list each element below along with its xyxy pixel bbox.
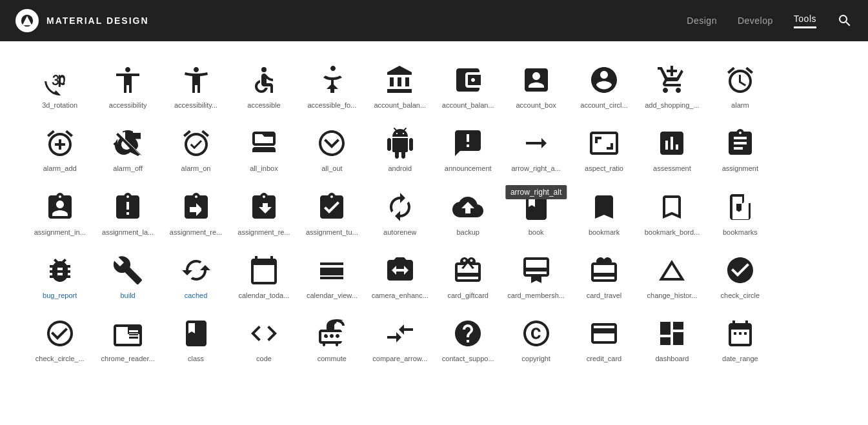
icon-alarm_add[interactable]: alarm_add bbox=[26, 117, 94, 181]
icon-label: commute bbox=[318, 354, 347, 363]
icon-spacer1 bbox=[774, 54, 842, 117]
icon-label: assignment_tu... bbox=[306, 228, 358, 237]
icon-class[interactable]: class bbox=[162, 308, 230, 371]
icon-accessible[interactable]: accessible bbox=[230, 54, 298, 117]
icon-compare_arrows[interactable]: compare_arrow... bbox=[366, 308, 434, 371]
icon-add_shopping_cart[interactable]: add_shopping_... bbox=[638, 54, 706, 117]
icon-label: accessible_fo... bbox=[307, 101, 356, 110]
icon-assignment_returned[interactable]: assignment_re... bbox=[230, 181, 298, 244]
nav-tools[interactable]: Tools bbox=[794, 14, 816, 28]
icon-accessibility_new[interactable]: accessibility... bbox=[162, 54, 230, 117]
main-content: 3d_rotation accessibility accessibility.… bbox=[0, 41, 868, 384]
icon-label: add_shopping_... bbox=[645, 101, 699, 110]
icon-change_history[interactable]: change_histor... bbox=[638, 244, 706, 308]
icon-label: alarm bbox=[731, 101, 749, 110]
icon-code[interactable]: code bbox=[230, 308, 298, 371]
icon-card_travel[interactable]: card_travel bbox=[570, 244, 638, 308]
icon-label: backup bbox=[456, 228, 479, 237]
icon-camera_enhance[interactable]: camera_enhanc... bbox=[366, 244, 434, 308]
svg-point-2 bbox=[261, 67, 267, 72]
icon-account_balance_wallet[interactable]: account_balan... bbox=[434, 54, 501, 117]
icon-label: assessment bbox=[653, 164, 691, 173]
icon-alarm_on[interactable]: alarm_on bbox=[162, 117, 230, 181]
logo-icon bbox=[15, 9, 39, 32]
icon-date_range[interactable]: date_range bbox=[706, 308, 774, 371]
search-button[interactable] bbox=[837, 13, 853, 28]
main-nav: Design Develop Tools bbox=[687, 13, 853, 28]
icon-label: change_histor... bbox=[647, 291, 698, 300]
icon-label: all_inbox bbox=[250, 164, 278, 173]
icon-aspect_ratio[interactable]: aspect_ratio bbox=[570, 117, 638, 181]
icon-account_box[interactable]: account_box bbox=[502, 54, 570, 117]
icon-account_circle[interactable]: account_circl... bbox=[570, 54, 638, 117]
icon-calendar_view_day[interactable]: calendar_view... bbox=[298, 244, 366, 308]
icon-account_balance[interactable]: account_balan... bbox=[366, 54, 434, 117]
icon-arrow_right_alt[interactable]: arrow_right_a... arrow_right_alt bbox=[502, 117, 570, 181]
nav-develop[interactable]: Develop bbox=[738, 15, 773, 26]
icon-assignment_turned_in[interactable]: assignment_tu... bbox=[298, 181, 366, 244]
icon-assignment[interactable]: assignment bbox=[706, 117, 774, 181]
icon-label: compare_arrow... bbox=[372, 354, 427, 363]
icon-alarm[interactable]: alarm bbox=[706, 54, 774, 117]
icon-all_inbox[interactable]: all_inbox bbox=[230, 117, 298, 181]
icon-accessible_forward[interactable]: accessible_fo... bbox=[298, 54, 366, 117]
icon-3d_rotation[interactable]: 3d_rotation bbox=[26, 54, 94, 117]
icon-assessment[interactable]: assessment bbox=[638, 117, 706, 181]
icon-label: accessibility bbox=[109, 101, 147, 110]
icon-label: autorenew bbox=[383, 228, 416, 237]
icon-assignment_late[interactable]: assignment_la... bbox=[94, 181, 161, 244]
icon-accessibility[interactable]: accessibility bbox=[94, 54, 161, 117]
icon-book[interactable]: book bbox=[502, 181, 570, 244]
icon-backup[interactable]: backup bbox=[434, 181, 501, 244]
icon-label: date_range bbox=[722, 354, 758, 363]
icon-build[interactable]: build bbox=[94, 244, 161, 308]
icon-label: check_circle_... bbox=[35, 354, 85, 363]
icon-contact_support[interactable]: contact_suppo... bbox=[434, 308, 501, 371]
icon-chrome_reader_mode[interactable]: chrome_reader... bbox=[94, 308, 161, 371]
icon-label: assignment_in... bbox=[34, 228, 86, 237]
icon-copyright[interactable]: copyright bbox=[502, 308, 570, 371]
icon-bookmarks[interactable]: bookmarks bbox=[706, 181, 774, 244]
icon-label: class bbox=[188, 354, 204, 363]
icon-label: card_membersh... bbox=[507, 291, 565, 300]
icon-cached[interactable]: cached bbox=[162, 244, 230, 308]
icon-spacer2 bbox=[774, 117, 842, 181]
icon-check_circle[interactable]: check_circle bbox=[706, 244, 774, 308]
icon-credit_card[interactable]: credit_card bbox=[570, 308, 638, 371]
icon-bookmark[interactable]: bookmark bbox=[570, 181, 638, 244]
icon-all_out[interactable]: all_out bbox=[298, 117, 366, 181]
icon-bookmark_border[interactable]: bookmark_bord... bbox=[638, 181, 706, 244]
icon-label: check_circle bbox=[721, 291, 760, 300]
icon-label: account_circl... bbox=[580, 101, 627, 110]
icon-label: card_travel bbox=[587, 291, 621, 300]
icon-assignment_return[interactable]: assignment_re... bbox=[162, 181, 230, 244]
icon-android[interactable]: android bbox=[366, 117, 434, 181]
icon-dashboard[interactable]: dashboard bbox=[638, 308, 706, 371]
icon-label: code bbox=[256, 354, 272, 363]
icon-label: bookmarks bbox=[723, 228, 758, 237]
icon-autorenew[interactable]: autorenew bbox=[366, 181, 434, 244]
icon-card_membership[interactable]: card_membersh... bbox=[502, 244, 570, 308]
icon-label: bug_report bbox=[43, 291, 77, 300]
icon-label: contact_suppo... bbox=[442, 354, 494, 363]
icon-bug_report[interactable]: bug_report bbox=[26, 244, 94, 308]
icon-label: camera_enhanc... bbox=[372, 291, 429, 300]
icon-label: cached bbox=[185, 291, 207, 300]
icon-label: book bbox=[529, 228, 544, 237]
icon-label: arrow_right_a... bbox=[511, 164, 560, 173]
icon-spacer5 bbox=[774, 308, 842, 371]
icon-check_circle_outline[interactable]: check_circle_... bbox=[26, 308, 94, 371]
nav-design[interactable]: Design bbox=[687, 15, 717, 26]
icon-label: all_out bbox=[321, 164, 342, 173]
icon-label: assignment_re... bbox=[237, 228, 290, 237]
icon-alarm_off[interactable]: alarm_off bbox=[94, 117, 161, 181]
icon-announcement[interactable]: announcement bbox=[434, 117, 501, 181]
icon-card_giftcard[interactable]: card_giftcard bbox=[434, 244, 501, 308]
icon-label: accessibility... bbox=[174, 101, 217, 110]
icon-spacer4 bbox=[774, 244, 842, 308]
icon-commute[interactable]: commute bbox=[298, 308, 366, 371]
icon-label: assignment bbox=[722, 164, 758, 173]
icon-label: bookmark_bord... bbox=[645, 228, 700, 237]
icon-assignment_ind[interactable]: assignment_in... bbox=[26, 181, 94, 244]
icon-calendar_today[interactable]: calendar_toda... bbox=[230, 244, 298, 308]
